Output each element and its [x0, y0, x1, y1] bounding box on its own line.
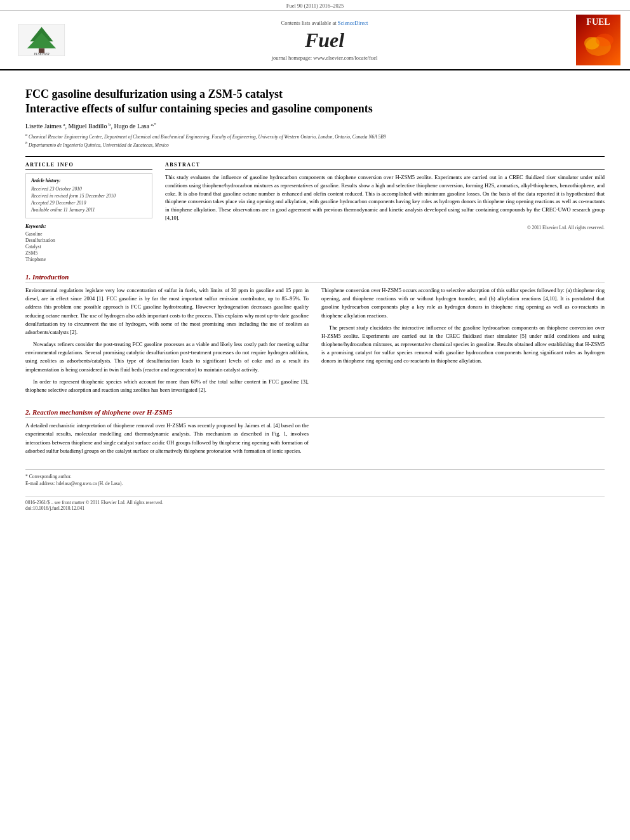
- intro-heading: 1. Introduction: [25, 273, 605, 283]
- section2-col2: [321, 422, 605, 459]
- keywords-section: Keywords: Gasoline Desulfurization Catal…: [25, 223, 152, 262]
- title-line1: FCC gasoline desulfurization using a ZSM…: [25, 88, 283, 100]
- issn-line: 0016-2361/$ – see front matter © 2011 El…: [25, 500, 605, 505]
- revised-date: Received in revised form 15 December 201…: [31, 193, 147, 199]
- keyword-catalyst: Catalyst: [25, 244, 152, 250]
- citation-bar: Fuel 90 (2011) 2016–2025: [0, 0, 630, 11]
- article-info-label: ARTICLE INFO: [25, 162, 152, 170]
- keyword-gasoline: Gasoline: [25, 231, 152, 237]
- citation-text: Fuel 90 (2011) 2016–2025: [286, 3, 344, 9]
- intro-col1: Environmental regulations legislate very…: [25, 286, 309, 398]
- intro-p3: In order to represent thiophenic species…: [25, 378, 309, 394]
- doi-line: doi:10.1016/j.fuel.2010.12.041: [25, 505, 605, 511]
- bottom-bar: 0016-2361/$ – see front matter © 2011 El…: [25, 497, 605, 514]
- contents-line: Contents lists available at ScienceDirec…: [281, 20, 368, 26]
- author-delasa: Hugo de Lasa: [114, 123, 149, 130]
- journal-name: Fuel: [305, 29, 344, 52]
- keyword-thiophene: Thiophene: [25, 257, 152, 262]
- keyword-zsm5: ZSM5: [25, 250, 152, 256]
- intro-p2: Nowadays refiners consider the post-trea…: [25, 340, 309, 374]
- intro-col2: Thiophene conversion over H-ZSM5 occurs …: [321, 286, 605, 398]
- cover-graphic-icon: [579, 27, 617, 62]
- affiliation-b: b Departamento de Ingeniería Química, Un…: [25, 140, 605, 149]
- online-date: Available online 11 January 2011: [31, 207, 147, 213]
- intro-col2-p1: Thiophene conversion over H-ZSM5 occurs …: [321, 286, 605, 320]
- intro-p1: Environmental regulations legislate very…: [25, 286, 309, 337]
- journal-header: ELSEVIER Contents lists available at Sci…: [0, 11, 630, 70]
- fuel-cover-image: FUEL: [576, 15, 620, 65]
- article-info-col: ARTICLE INFO Article history: Received 2…: [25, 162, 152, 263]
- author-jaimes: Lisette Jaimes: [25, 123, 62, 130]
- article-info-box: Article history: Received 23 October 201…: [25, 173, 152, 218]
- info-abstract-section: ARTICLE INFO Article history: Received 2…: [25, 162, 605, 263]
- keywords-label: Keywords:: [25, 223, 152, 229]
- keyword-desulfurization: Desulfurization: [25, 237, 152, 243]
- divider: [25, 156, 605, 157]
- affiliation-a: a Chemical Reactor Engineering Centre, D…: [25, 132, 605, 140]
- section2: 2. Reaction mechanism of thiophene over …: [25, 408, 605, 459]
- abstract-label: ABSTRACT: [165, 162, 605, 170]
- footnotes: * Corresponding author. E-mail address: …: [25, 469, 605, 486]
- svg-point-7: [596, 34, 613, 46]
- elsevier-tree-icon: ELSEVIER: [18, 24, 65, 56]
- section2-columns: A detailed mechanistic interpretation of…: [25, 422, 605, 459]
- intro-columns: Environmental regulations legislate very…: [25, 286, 605, 398]
- journal-homepage: journal homepage: www.elsevier.com/locat…: [272, 55, 378, 61]
- journal-title-area: Contents lists available at ScienceDirec…: [83, 15, 566, 65]
- elsevier-logo: ELSEVIER: [18, 24, 65, 56]
- sciencedirect-link[interactable]: ScienceDirect: [338, 20, 368, 26]
- email-note: E-mail address: hdelasa@eng.uwo.ca (H. d…: [25, 481, 605, 486]
- author-badillo: Miguel Badillo: [69, 123, 107, 130]
- introduction-section: 1. Introduction Environmental regulation…: [25, 273, 605, 398]
- elsevier-logo-area: ELSEVIER: [6, 15, 76, 65]
- affiliations: a Chemical Reactor Engineering Centre, D…: [25, 132, 605, 149]
- abstract-text: This study evaluates the influence of ga…: [165, 173, 605, 222]
- cover-title: FUEL: [586, 17, 610, 27]
- intro-col2-p2: The present study elucidates the interac…: [321, 324, 605, 366]
- copyright-line: © 2011 Elsevier Ltd. All rights reserved…: [165, 225, 605, 230]
- authors-line: Lisette Jaimes a, Miguel Badillo b, Hugo…: [25, 122, 605, 130]
- received-date: Received 23 October 2010: [31, 186, 147, 192]
- svg-text:ELSEVIER: ELSEVIER: [33, 52, 50, 56]
- section2-heading: 2. Reaction mechanism of thiophene over …: [25, 408, 605, 418]
- corresponding-author-note: * Corresponding author.: [25, 474, 605, 479]
- abstract-col: ABSTRACT This study evaluates the influe…: [165, 162, 605, 263]
- article-title: FCC gasoline desulfurization using a ZSM…: [25, 87, 605, 117]
- history-header: Article history:: [31, 178, 147, 183]
- journal-cover-area: FUEL: [573, 15, 624, 65]
- accepted-date: Accepted 29 December 2010: [31, 200, 147, 206]
- title-line2: Interactive effects of sulfur containing…: [25, 102, 373, 115]
- main-content: FCC gasoline desulfurization using a ZSM…: [0, 70, 630, 526]
- section2-p1: A detailed mechanistic interpretation of…: [25, 422, 309, 455]
- section2-col1: A detailed mechanistic interpretation of…: [25, 422, 309, 459]
